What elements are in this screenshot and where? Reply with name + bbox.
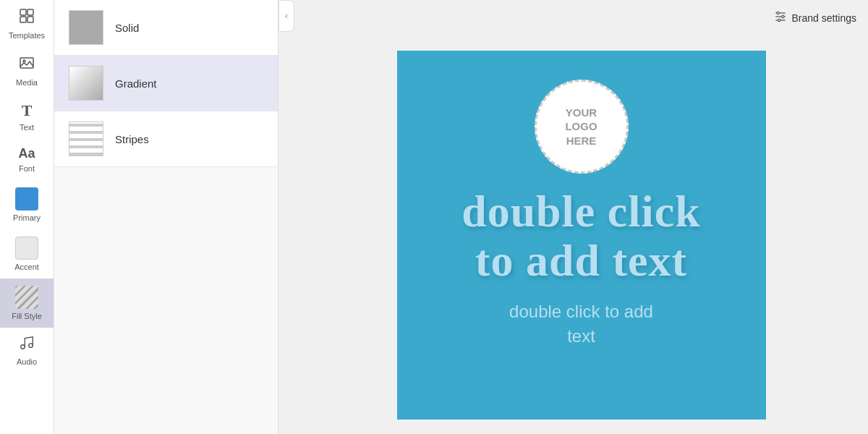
fill-option-stripes[interactable]: Stripes xyxy=(54,111,278,167)
solid-label: Solid xyxy=(115,22,139,34)
canvas-headline[interactable]: double clickto add text xyxy=(461,187,701,285)
sidebar-item-font[interactable]: Aa Font xyxy=(0,139,54,180)
svg-point-7 xyxy=(29,344,33,348)
sidebar-item-accent-label: Accent xyxy=(14,263,39,271)
gradient-label: Gradient xyxy=(115,77,157,90)
font-icon: Aa xyxy=(18,146,35,161)
design-canvas[interactable]: YOUR LOGO HERE double clickto add text d… xyxy=(397,51,766,420)
text-icon: T xyxy=(22,101,33,120)
svg-point-11 xyxy=(777,12,779,14)
main-area: Brand settings YOUR LOGO HERE double cli… xyxy=(294,0,868,434)
sidebar-item-primary-label: Primary xyxy=(13,213,41,222)
sidebar-item-audio[interactable]: Audio xyxy=(0,328,54,373)
audio-icon xyxy=(19,335,35,354)
sidebar-item-text-label: Text xyxy=(20,123,34,132)
media-icon xyxy=(18,54,35,75)
brand-settings-label: Brand settings xyxy=(792,12,857,24)
logo-placeholder[interactable]: YOUR LOGO HERE xyxy=(535,80,629,174)
svg-point-13 xyxy=(778,19,780,21)
fill-style-swatch xyxy=(15,286,38,309)
stripes-label: Stripes xyxy=(115,133,149,145)
sidebar: Templates Media T Text Aa Font Primary A… xyxy=(0,0,54,434)
sidebar-item-templates-label: Templates xyxy=(9,31,45,40)
chevron-left-icon: ‹ xyxy=(285,11,288,21)
sidebar-item-text[interactable]: T Text xyxy=(0,94,54,139)
svg-rect-3 xyxy=(27,17,33,22)
collapse-panel-button[interactable]: ‹ xyxy=(278,0,294,32)
gradient-preview xyxy=(69,66,103,101)
sidebar-item-media-label: Media xyxy=(16,78,38,87)
svg-rect-1 xyxy=(27,9,33,15)
fill-style-panel: Solid Gradient Stripes xyxy=(54,0,278,434)
accent-color-swatch xyxy=(15,237,38,260)
sidebar-item-font-label: Font xyxy=(19,164,35,173)
svg-point-5 xyxy=(23,60,25,62)
templates-icon xyxy=(18,7,35,28)
svg-point-6 xyxy=(21,345,25,349)
brand-settings-button[interactable]: Brand settings xyxy=(773,9,857,27)
fill-option-gradient[interactable]: Gradient xyxy=(54,56,278,111)
settings-icon xyxy=(773,9,788,27)
sidebar-item-audio-label: Audio xyxy=(17,357,37,366)
canvas-subtext[interactable]: double click to addtext xyxy=(509,299,653,348)
logo-text: YOUR LOGO HERE xyxy=(565,106,597,148)
svg-rect-2 xyxy=(20,17,26,22)
stripes-preview xyxy=(69,122,103,156)
svg-rect-0 xyxy=(20,9,26,15)
sidebar-item-accent[interactable]: Accent xyxy=(0,229,54,278)
solid-preview xyxy=(69,10,103,45)
main-header: Brand settings xyxy=(294,0,868,36)
sidebar-item-fill-style-label: Fill Style xyxy=(12,312,42,320)
fill-option-solid[interactable]: Solid xyxy=(54,0,278,56)
primary-color-swatch xyxy=(15,187,38,210)
sidebar-item-primary[interactable]: Primary xyxy=(0,180,54,229)
sidebar-item-templates[interactable]: Templates xyxy=(0,0,54,47)
canvas-area: YOUR LOGO HERE double clickto add text d… xyxy=(294,36,868,434)
sidebar-item-fill-style[interactable]: Fill Style xyxy=(0,278,54,328)
svg-point-12 xyxy=(781,15,783,17)
sidebar-item-media[interactable]: Media xyxy=(0,47,54,94)
